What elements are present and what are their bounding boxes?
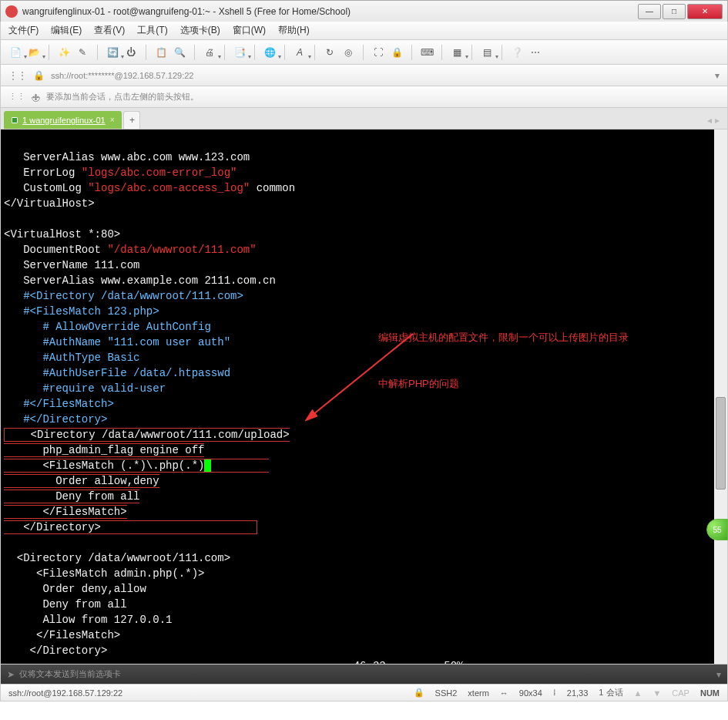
cursor: > xyxy=(204,459,210,472)
wand-icon[interactable]: ✎ xyxy=(75,45,89,59)
highlighted-block: <Directory /data/wwwroot/111.com/upload>… xyxy=(4,428,290,534)
terminal-line: CustomLog xyxy=(4,182,88,194)
more-icon[interactable]: ⋯ xyxy=(528,45,542,59)
tab-number: 1 xyxy=(22,116,27,125)
fullscreen-icon[interactable]: ⛶ xyxy=(371,45,385,59)
help-icon[interactable]: ❔ xyxy=(510,45,524,59)
terminal[interactable]: ServerAlias www.abc.com www.123.com Erro… xyxy=(0,130,728,664)
lock-icon[interactable]: 🔒 xyxy=(390,45,404,59)
menu-edit[interactable]: 编辑(E) xyxy=(51,24,82,37)
close-button[interactable]: ✕ xyxy=(687,4,723,19)
terminal-line: Deny from all xyxy=(4,490,139,503)
refresh-icon[interactable]: ↻ xyxy=(323,45,337,59)
new-tab-button[interactable]: + xyxy=(123,111,140,129)
menu-tabs[interactable]: 选项卡(B) xyxy=(180,24,220,37)
handle-icon: ⋮⋮ xyxy=(8,92,25,102)
tab-label: wangruifenglinux-01 xyxy=(29,116,105,125)
terminal-line: #</FilesMatch> xyxy=(4,398,114,410)
copy-icon[interactable]: 📋 xyxy=(154,45,168,59)
bookmark-icon[interactable]: 🕁 xyxy=(32,93,40,102)
separator xyxy=(411,45,412,60)
separator xyxy=(284,45,285,60)
dropdown-icon[interactable]: ▾ xyxy=(715,70,720,81)
separator xyxy=(441,45,442,60)
terminal-line: ErrorLog xyxy=(4,167,82,179)
disconnect-icon[interactable]: ⏻ xyxy=(124,45,138,59)
status-bar: ssh://root@192.168.57.129:22 🔒 SSH2 xter… xyxy=(0,685,728,701)
separator xyxy=(49,45,49,60)
terminal-line: #AuthName "111.com user auth" xyxy=(4,336,230,348)
terminal-line: "logs/abc.com-access_log" xyxy=(88,182,250,194)
new-session-icon[interactable]: 📄 xyxy=(8,45,22,59)
tab-nav: ◂ ▸ xyxy=(707,111,724,129)
reconnect-icon[interactable]: 🔄 xyxy=(106,45,119,59)
annotation-line1: 编辑虚拟主机的配置文件，限制一个可以上传图片的目录 xyxy=(378,330,629,345)
menu-help[interactable]: 帮助(H) xyxy=(278,24,310,37)
status-num: NUM xyxy=(700,688,720,698)
highlight-icon[interactable]: ✨ xyxy=(57,45,71,59)
status-cap: CAP xyxy=(672,688,689,698)
terminal-line: common xyxy=(250,182,295,194)
terminal-line: </Directory> xyxy=(4,644,107,657)
hint-text: 要添加当前会话，点击左侧的箭头按钮。 xyxy=(46,91,199,103)
window-controls: — □ ✕ xyxy=(636,4,723,19)
address-url[interactable]: ssh://root:********@192.168.57.129:22 xyxy=(51,71,709,80)
window-titlebar: wangruifenglinux-01 - root@wangruifeng-0… xyxy=(0,0,728,22)
terminal-line: #AuthType Basic xyxy=(4,352,139,364)
separator xyxy=(254,45,255,60)
target-icon[interactable]: ◎ xyxy=(341,45,355,59)
pos-icon: ⁞ xyxy=(553,688,556,698)
hint-bar: ⋮⋮ 🕁 要添加当前会话，点击左侧的箭头按钮。 xyxy=(0,86,728,108)
status-dot-icon xyxy=(12,117,18,123)
terminal-line: <Directory /data/wwwroot/111.com> xyxy=(4,552,230,564)
properties-icon[interactable]: 📑 xyxy=(233,45,247,59)
print-icon[interactable]: 🖨 xyxy=(203,45,216,59)
notification-bubble[interactable]: 55 xyxy=(706,519,728,540)
keyboard-icon[interactable]: ⌨ xyxy=(420,45,434,59)
terminal-line: <FilesMatch (.*)\.php(.*) xyxy=(4,459,204,472)
app-icon xyxy=(5,5,18,18)
scrollbar-thumb[interactable] xyxy=(716,397,726,490)
search-icon[interactable]: 🔍 xyxy=(173,45,186,59)
globe-icon[interactable]: 🌐 xyxy=(263,45,277,59)
status-term: xterm xyxy=(468,688,489,698)
terminal-line: </VirtualHost> xyxy=(4,197,95,210)
down-icon: ▼ xyxy=(653,688,661,698)
terminal-line: php_admin_flag engine off xyxy=(4,444,204,456)
terminal-line: ServerAlias www.abc.com www.123.com xyxy=(4,151,250,163)
maximize-button[interactable]: □ xyxy=(663,4,686,19)
terminal-line: ServerAlias www.example.com 2111.com.cn xyxy=(4,274,276,287)
terminal-line: </Directory> xyxy=(4,521,101,533)
status-connection: ssh://root@192.168.57.129:22 xyxy=(8,688,403,698)
terminal-line: #AuthUserFile /data/.htpasswd xyxy=(4,367,230,379)
scrollbar[interactable] xyxy=(714,130,727,664)
send-dropdown-icon[interactable]: ▾ xyxy=(716,669,721,680)
send-placeholder[interactable]: 仅将文本发送到当前选项卡 xyxy=(19,668,712,680)
menu-view[interactable]: 查看(V) xyxy=(94,24,125,37)
terminal-line: Allow from 127.0.0.1 xyxy=(4,614,172,626)
menu-file[interactable]: 文件(F) xyxy=(8,24,39,37)
terminal-line: # AllowOverride AuthConfig xyxy=(4,321,211,333)
separator xyxy=(194,45,195,60)
session-tab-1[interactable]: 1 wangruifenglinux-01 × xyxy=(4,111,122,129)
grid-icon[interactable]: ▤ xyxy=(480,45,494,59)
prev-tab-icon[interactable]: ◂ xyxy=(707,115,712,126)
next-tab-icon[interactable]: ▸ xyxy=(715,115,720,126)
terminal-line: #<Directory /data/wwwroot/111.com> xyxy=(4,290,243,302)
font-icon[interactable]: A xyxy=(293,45,307,59)
menubar: 文件(F) 编辑(E) 查看(V) 工具(T) 选项卡(B) 窗口(W) 帮助(… xyxy=(0,22,728,40)
toolbar: 📄 📂 ✨ ✎ 🔄 ⏻ 📋 🔍 🖨 📑 🌐 A ↻ ◎ ⛶ 🔒 ⌨ ▦ ▤ ❔ … xyxy=(0,40,728,65)
status-ssh: SSH2 xyxy=(435,688,458,698)
close-tab-icon[interactable]: × xyxy=(110,116,115,124)
separator xyxy=(97,45,98,60)
menu-tools[interactable]: 工具(T) xyxy=(137,24,167,37)
open-folder-icon[interactable]: 📂 xyxy=(27,45,41,59)
terminal-line: <VirtualHost *:80> xyxy=(4,228,120,241)
vim-position: 46,33 50% xyxy=(4,660,464,664)
send-icon[interactable]: ➤ xyxy=(7,669,15,680)
terminal-line: "logs/abc.com-error_log" xyxy=(82,167,237,179)
menu-window[interactable]: 窗口(W) xyxy=(233,24,266,37)
minimize-button[interactable]: — xyxy=(638,4,661,19)
lock-icon: 🔒 xyxy=(33,70,45,81)
layout-icon[interactable]: ▦ xyxy=(450,45,464,59)
